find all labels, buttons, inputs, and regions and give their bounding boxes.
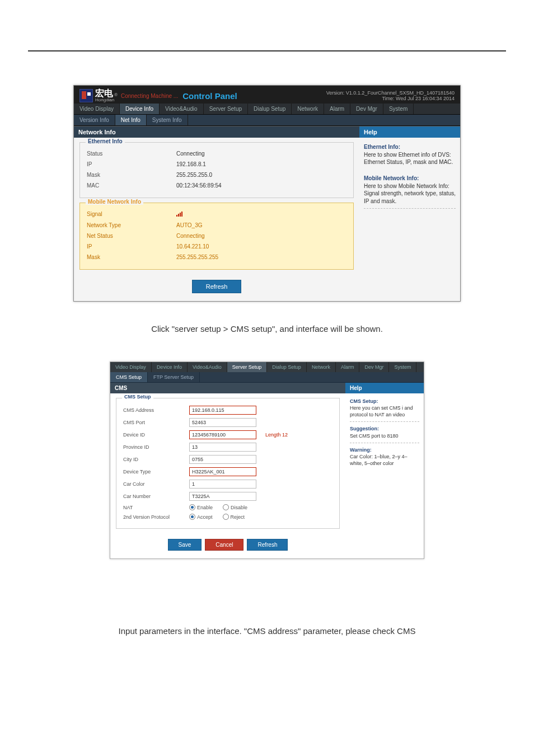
row-car-color: Car Color1 [123, 478, 332, 490]
footer-note: Input parameters in the interface. "CMS … [28, 626, 506, 636]
tab-video-display[interactable]: Video Display [74, 104, 120, 114]
row-car-number: Car NumberT3225A [123, 490, 332, 503]
tab-alarm[interactable]: Alarm [336, 362, 360, 372]
panel-title-network-info: Network Info [74, 126, 359, 138]
row-device-type: Device TypeH3225AK_001 [123, 466, 332, 478]
label: Signal [87, 211, 176, 218]
label: Net Status [87, 233, 176, 239]
app-header: 宏电® Hongdian Connecting Machine ... Cont… [74, 86, 460, 104]
tab-server-setup[interactable]: Server Setup [227, 362, 268, 372]
help-cms-setup-heading: CMS Setup: [350, 398, 419, 405]
input-device-id[interactable]: 123456789100 [189, 430, 256, 439]
value: Connecting [176, 151, 205, 157]
input-cms-port[interactable]: 52463 [189, 418, 256, 427]
input-car-number[interactable]: T3225A [189, 492, 256, 501]
input-car-color[interactable]: 1 [189, 480, 256, 489]
radio-nat-enable[interactable]: Enable [189, 504, 213, 510]
input-city-id[interactable]: 0755 [189, 455, 256, 464]
row-province-id: Province ID13 [123, 441, 332, 453]
row-cms-port: CMS Port52463 [123, 416, 332, 429]
tab-system[interactable]: System [383, 104, 414, 114]
row-2nd-version-protocol: 2nd Version Protocol Accept Reject [123, 512, 332, 522]
group-mobile-network-info: Mobile Network Info SignalNetwork TypeAU… [79, 203, 354, 270]
help-panel: Help Ethernet Info: Here to show Etherne… [359, 126, 460, 301]
tab-alarm[interactable]: Alarm [324, 104, 350, 114]
help-panel: Help CMS Setup: Here you can set CMS i a… [345, 383, 424, 558]
tab-system[interactable]: System [389, 362, 416, 372]
label: Device Type [123, 469, 185, 475]
subtab-ftp-server-setup[interactable]: FTP Server Setup [148, 372, 200, 382]
brand-logo-icon [79, 89, 93, 102]
subtab-system-info[interactable]: System Info [147, 115, 188, 125]
row-mask: Mask255.255.255.0 [87, 170, 346, 180]
caption-cms-setup-nav: Click "server setup > CMS setup", and in… [28, 324, 506, 334]
connecting-machine-label: Connecting Machine ... [121, 93, 178, 99]
subtab-net-info[interactable]: Net Info [115, 115, 147, 125]
page-top-rule [28, 50, 506, 51]
panel-title-cms: CMS [110, 383, 345, 393]
value: 255.255.255.255 [176, 254, 218, 260]
label: CMS Port [123, 420, 185, 425]
help-mobile-text: Here to show Mobile Network Info: Signal… [364, 183, 456, 204]
save-button[interactable]: Save [168, 539, 202, 551]
label: Car Color [123, 481, 185, 487]
row-ip: IP192.168.8.1 [87, 159, 346, 170]
input-cms-address[interactable]: 192.168.0.115 [189, 406, 256, 415]
row-mac: MAC00:12:34:56:89:54 [87, 180, 346, 191]
length-hint: Length 12 [265, 432, 288, 438]
subtab-version-info[interactable]: Version Info [74, 115, 115, 125]
help-warning-text: Car Color: 1–blue, 2–y 4–white, 5–other … [350, 454, 407, 466]
subtab-cms-setup[interactable]: CMS Setup [110, 372, 148, 382]
refresh-button[interactable]: Refresh [192, 280, 242, 293]
value: 192.168.8.1 [176, 161, 206, 167]
tab-video-audio[interactable]: Video&Audio [188, 362, 227, 372]
label: City ID [123, 457, 185, 462]
tab-dev-mgr[interactable]: Dev Mgr [359, 362, 389, 372]
input-device-type[interactable]: H3225AK_001 [189, 467, 256, 476]
screenshot-network-info: 宏电® Hongdian Connecting Machine ... Cont… [73, 85, 461, 302]
time-label: Time: Wed Jul 23 16:04:34 2014 [326, 96, 455, 101]
row-nat: NAT Enable Disable [123, 503, 332, 512]
tab-dialup-setup[interactable]: Dialup Setup [248, 104, 292, 114]
secondary-tabs: Version InfoNet InfoSystem Info [74, 115, 460, 126]
help-suggestion-text: Set CMS port to 8180 [350, 433, 399, 439]
control-panel-title: Control Panel [182, 91, 237, 101]
label-nat: NAT [123, 505, 185, 510]
row-device-id: Device ID123456789100Length 12 [123, 429, 332, 441]
tab-video-audio[interactable]: Video&Audio [160, 104, 204, 114]
brand-registered: ® [114, 92, 118, 97]
value: 255.255.255.0 [176, 172, 212, 178]
input-province-id[interactable]: 13 [189, 443, 256, 452]
label: IP [87, 243, 176, 250]
row-net-status: Net StatusConnecting [87, 231, 346, 241]
cancel-button[interactable]: Cancel [205, 539, 243, 551]
help-suggestion-heading: Suggestion: [350, 425, 419, 432]
value: 10.64.221.10 [176, 243, 209, 250]
tab-network[interactable]: Network [307, 362, 336, 372]
label: Province ID [123, 444, 185, 450]
tab-server-setup[interactable]: Server Setup [204, 104, 248, 114]
radio-proto-accept[interactable]: Accept [189, 514, 213, 520]
tab-dev-mgr[interactable]: Dev Mgr [350, 104, 383, 114]
refresh-button[interactable]: Refresh [247, 539, 288, 551]
tab-video-display[interactable]: Video Display [110, 362, 152, 372]
row-signal: Signal [87, 209, 346, 220]
tab-dialup-setup[interactable]: Dialup Setup [267, 362, 307, 372]
brand-name-en: Hongdian [95, 98, 118, 102]
row-city-id: City ID0755 [123, 453, 332, 466]
tab-device-info[interactable]: Device Info [120, 104, 160, 114]
screenshot-cms-setup: Video DisplayDevice InfoVideo&AudioServe… [110, 361, 424, 559]
secondary-tabs: CMS SetupFTP Server Setup [110, 372, 424, 383]
label-2nd-protocol: 2nd Version Protocol [123, 514, 185, 520]
radio-nat-disable[interactable]: Disable [223, 504, 247, 510]
group-ethernet-info: Ethernet Info StatusConnectingIP192.168.… [79, 142, 354, 198]
row-status: StatusConnecting [87, 148, 346, 159]
group-legend-mobile: Mobile Network Info [86, 199, 143, 205]
row-cms-address: CMS Address192.168.0.115 [123, 404, 332, 416]
tab-device-info[interactable]: Device Info [152, 362, 188, 372]
radio-proto-reject[interactable]: Reject [223, 514, 245, 520]
label: MAC [87, 182, 176, 189]
help-cms-setup-text: Here you can set CMS i and protocol to N… [350, 405, 413, 417]
tab-network[interactable]: Network [292, 104, 324, 114]
help-warning-heading: Warning: [350, 447, 419, 453]
